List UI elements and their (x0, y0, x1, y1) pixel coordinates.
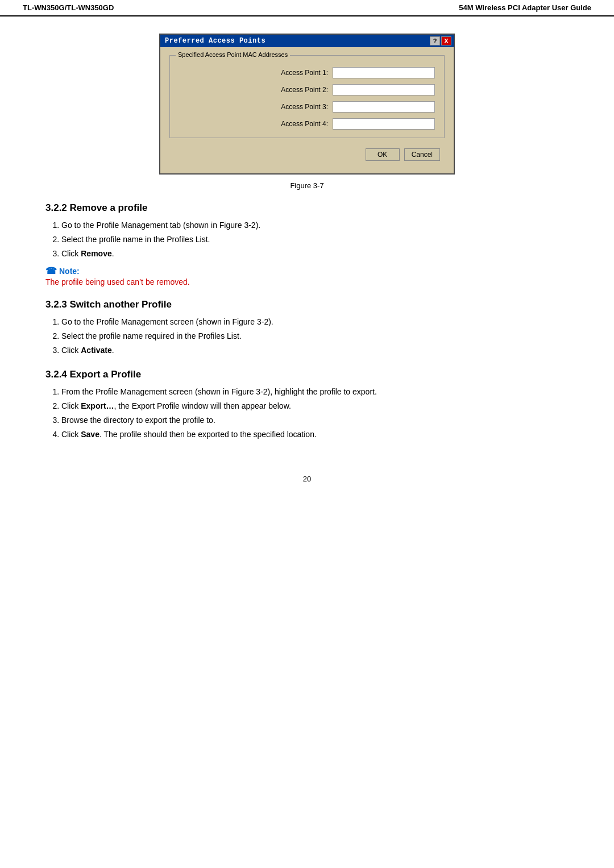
ap-input-1[interactable] (333, 67, 435, 78)
dialog-titlebar: Preferred Access Points ? X (160, 35, 454, 47)
ap-row-1: Access Point 1: (179, 67, 435, 78)
ap-row-2: Access Point 2: (179, 84, 435, 95)
ap-row-4: Access Point 4: (179, 118, 435, 130)
page-content: Preferred Access Points ? X Specified Ac… (0, 16, 614, 506)
help-button[interactable]: ? (430, 36, 440, 45)
mac-addresses-group: Specified Access Point MAC Addresses Acc… (169, 55, 445, 138)
preferred-access-points-dialog: Preferred Access Points ? X Specified Ac… (159, 34, 455, 175)
step-3.2.3-2: Select the profile name required in the … (61, 330, 569, 342)
close-button[interactable]: X (441, 36, 451, 45)
step-3.2.4-4: Click Save. The profile should then be e… (61, 429, 569, 441)
step-3.2.3-3: Click Activate. (61, 344, 569, 356)
note-label-text: Note: (59, 267, 80, 276)
step-3.2.4-2: Click Export…, the Export Profile window… (61, 400, 569, 412)
access-point-rows: Access Point 1:Access Point 2:Access Poi… (179, 61, 435, 130)
step-3.2.2-2: Select the profile name in the Profiles … (61, 234, 569, 246)
step-3.2.2-1: Go to the Profile Management tab (shown … (61, 219, 569, 231)
figure-area: Preferred Access Points ? X Specified Ac… (45, 34, 569, 190)
ap-input-2[interactable] (333, 84, 435, 95)
steps-3.2.4: From the Profile Management screen (show… (61, 386, 569, 441)
figure-caption: Figure 3-7 (290, 181, 323, 190)
ok-button[interactable]: OK (366, 148, 400, 161)
ap-label-1: Access Point 1: (277, 69, 328, 77)
steps-3.2.3: Go to the Profile Management screen (sho… (61, 316, 569, 356)
ap-input-3[interactable] (333, 101, 435, 113)
dialog-title-buttons: ? X (430, 36, 451, 45)
dialog-footer: OK Cancel (169, 146, 445, 165)
ap-input-4[interactable] (333, 118, 435, 130)
guide-title: 54M Wireless PCI Adapter User Guide (459, 3, 591, 12)
ap-label-2: Access Point 2: (277, 86, 328, 94)
ap-label-4: Access Point 4: (277, 120, 328, 128)
step-3.2.4-1: From the Profile Management screen (show… (61, 386, 569, 398)
note-icon: ☎ (45, 265, 57, 276)
section-3.2.3: 3.2.3 Switch another ProfileGo to the Pr… (45, 299, 569, 356)
ap-row-3: Access Point 3: (179, 101, 435, 113)
note-label: ☎ Note: (45, 265, 569, 276)
step-3.2.2-3: Click Remove. (61, 248, 569, 260)
section-3.2.2: 3.2.2 Remove a profileGo to the Profile … (45, 202, 569, 286)
model-number: TL-WN350G/TL-WN350GD (23, 3, 114, 12)
dialog-title: Preferred Access Points (165, 37, 265, 45)
page-header: TL-WN350G/TL-WN350GD 54M Wireless PCI Ad… (0, 0, 614, 16)
steps-3.2.2: Go to the Profile Management tab (shown … (61, 219, 569, 260)
sections: 3.2.2 Remove a profileGo to the Profile … (45, 202, 569, 441)
step-3.2.3-1: Go to the Profile Management screen (sho… (61, 316, 569, 328)
heading-3.2.2: 3.2.2 Remove a profile (45, 202, 569, 214)
dialog-body: Specified Access Point MAC Addresses Acc… (160, 47, 454, 173)
section-3.2.4: 3.2.4 Export a ProfileFrom the Profile M… (45, 369, 569, 441)
group-legend: Specified Access Point MAC Addresses (176, 51, 290, 58)
ap-label-3: Access Point 3: (277, 103, 328, 111)
page-number: 20 (45, 475, 569, 483)
heading-3.2.3: 3.2.3 Switch another Profile (45, 299, 569, 310)
step-3.2.4-3: Browse the directory to export the profi… (61, 414, 569, 426)
cancel-button[interactable]: Cancel (404, 148, 440, 161)
note-3.2.2: ☎ Note:The profile being used can’t be r… (45, 265, 569, 286)
note-text: The profile being used can’t be removed. (45, 277, 569, 286)
heading-3.2.4: 3.2.4 Export a Profile (45, 369, 569, 380)
